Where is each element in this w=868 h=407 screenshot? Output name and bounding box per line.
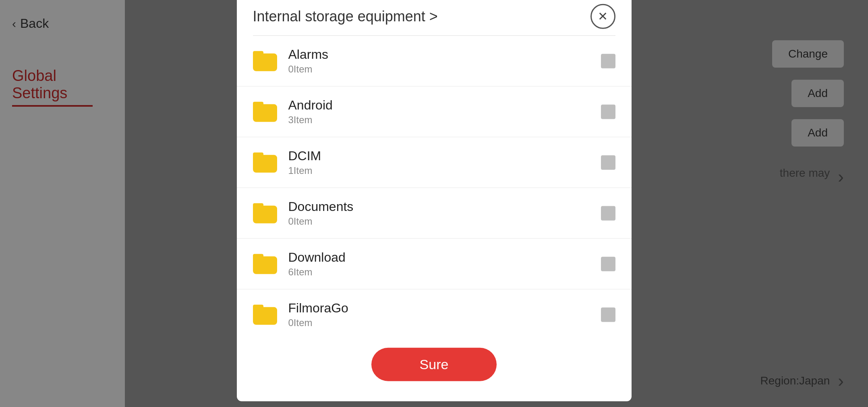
folder-count: 3Item	[288, 114, 601, 126]
folder-item[interactable]: Documents 0Item	[237, 188, 632, 239]
folder-name: FilmoraGo	[288, 301, 601, 316]
folder-list: Alarms 0Item Android 3Item DCIM 1Item Do…	[237, 36, 632, 340]
folder-name: DCIM	[288, 149, 601, 163]
folder-count: 6Item	[288, 267, 601, 278]
folder-icon	[253, 254, 277, 274]
dialog-title: Internal storage equipment >	[253, 8, 438, 25]
folder-checkbox[interactable]	[601, 256, 615, 271]
folder-icon	[253, 152, 277, 172]
folder-name: Android	[288, 98, 601, 113]
folder-icon	[253, 101, 277, 122]
folder-checkbox[interactable]	[601, 307, 615, 322]
sure-button-container: Sure	[237, 348, 632, 381]
folder-item[interactable]: Android 3Item	[237, 87, 632, 137]
folder-checkbox[interactable]	[601, 54, 615, 68]
folder-item[interactable]: Alarms 0Item	[237, 36, 632, 87]
folder-item[interactable]: FilmoraGo 0Item	[237, 289, 632, 340]
folder-icon	[253, 203, 277, 223]
close-icon: ✕	[598, 9, 608, 23]
close-button[interactable]: ✕	[590, 4, 615, 29]
folder-name: Download	[288, 250, 601, 265]
folder-count: 0Item	[288, 317, 601, 328]
folder-checkbox[interactable]	[601, 104, 615, 119]
folder-count: 1Item	[288, 165, 601, 176]
folder-count: 0Item	[288, 216, 601, 227]
folder-count: 0Item	[288, 64, 601, 75]
folder-icon	[253, 51, 277, 71]
folder-name: Documents	[288, 199, 601, 214]
sure-button[interactable]: Sure	[371, 348, 497, 381]
folder-item[interactable]: Download 6Item	[237, 239, 632, 289]
folder-icon	[253, 304, 277, 324]
folder-checkbox[interactable]	[601, 155, 615, 169]
folder-name: Alarms	[288, 47, 601, 62]
dialog-header: Internal storage equipment > ✕	[237, 0, 632, 29]
folder-item[interactable]: DCIM 1Item	[237, 137, 632, 188]
folder-checkbox[interactable]	[601, 206, 615, 220]
folder-picker-dialog: Internal storage equipment > ✕ Alarms 0I…	[237, 0, 632, 401]
